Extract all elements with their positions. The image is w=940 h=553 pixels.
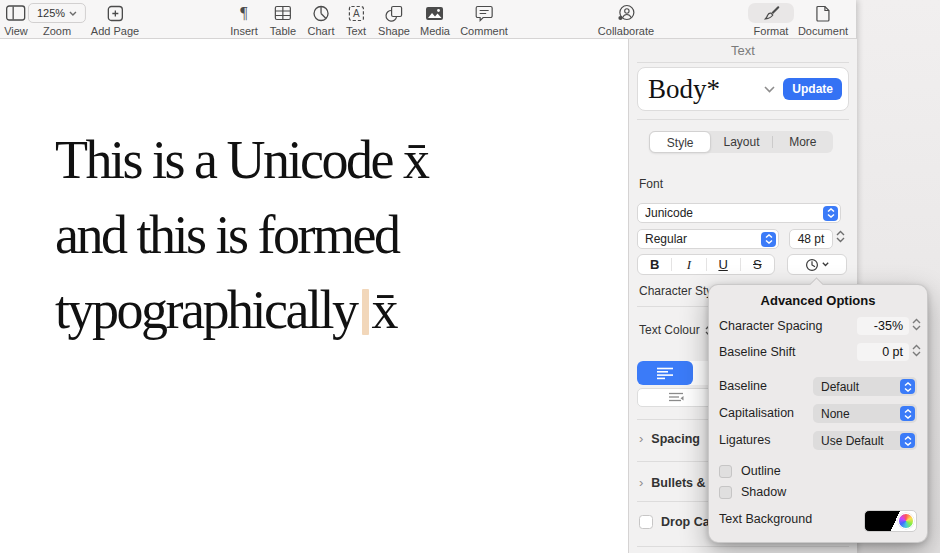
font-size-value: 48 pt <box>798 232 825 246</box>
document-label: Document <box>798 25 848 37</box>
bold-button[interactable]: B <box>638 257 671 272</box>
spacing-label: Spacing <box>651 432 700 446</box>
indent-icon <box>668 392 684 403</box>
divider <box>637 119 849 120</box>
collaborate-label: Collaborate <box>598 25 654 37</box>
advanced-options-button[interactable] <box>787 254 847 275</box>
svg-text:A: A <box>353 8 360 19</box>
paragraph-style-card[interactable]: Body* Update <box>637 67 849 111</box>
font-style-select[interactable]: Regular <box>637 229 779 249</box>
baseline-label: Baseline <box>719 379 767 393</box>
alignment-segment <box>637 361 715 385</box>
text-background-label: Text Background <box>719 512 812 526</box>
stepper-icon <box>823 206 838 221</box>
text-label: Text <box>346 25 366 37</box>
tab-style[interactable]: Style <box>649 131 711 153</box>
format-label: Format <box>748 25 794 37</box>
chevron-down-icon[interactable] <box>764 86 775 93</box>
ligatures-dropdown[interactable]: Use Default <box>813 431 917 450</box>
media-photo-icon <box>420 2 450 24</box>
baseline-dropdown[interactable]: Default <box>813 377 917 396</box>
update-style-button[interactable]: Update <box>783 78 842 100</box>
doc-line-3[interactable]: typographicallyx̄ <box>55 273 427 348</box>
indent-button[interactable] <box>637 388 715 407</box>
chevron-up-icon <box>836 230 845 236</box>
character-spacing-stepper[interactable] <box>911 318 922 331</box>
media-label: Media <box>420 25 450 37</box>
shadow-checkbox[interactable] <box>719 486 732 499</box>
drop-cap-checkbox[interactable] <box>639 515 653 529</box>
tab-more[interactable]: More <box>773 131 833 153</box>
pie-chart-icon <box>308 2 335 24</box>
sidebar-view-icon <box>4 2 28 24</box>
doc-line-1[interactable]: This is a Unicode x̄ <box>55 123 427 198</box>
italic-button[interactable]: I <box>672 257 705 273</box>
view-button[interactable]: View <box>4 2 28 37</box>
insert-label: Insert <box>230 25 258 37</box>
panel-title: Text <box>629 43 857 58</box>
collaborate-icon <box>598 2 654 24</box>
shadow-label: Shadow <box>741 485 786 499</box>
format-button[interactable]: Format <box>748 2 794 37</box>
format-active-background <box>748 3 794 23</box>
zoom-value-pill[interactable]: 125% <box>28 3 86 23</box>
shape-icon <box>378 2 410 24</box>
font-style-buttons: B I U S <box>637 254 775 275</box>
collaborate-button[interactable]: Collaborate <box>598 2 654 37</box>
shape-button[interactable]: Shape <box>378 2 410 37</box>
table-button[interactable]: Table <box>270 2 296 37</box>
stepper-icon <box>900 433 915 448</box>
table-icon <box>270 2 296 24</box>
ligatures-label: Ligatures <box>719 433 770 447</box>
divider <box>637 546 849 547</box>
baseline-shift-value: 0 pt <box>882 345 903 359</box>
character-spacing-field[interactable]: -35% <box>857 317 909 335</box>
underline-button[interactable]: U <box>707 257 740 272</box>
outline-checkbox[interactable] <box>719 465 732 478</box>
spacing-section[interactable]: › Spacing <box>639 431 700 446</box>
zoom-control[interactable]: 125% Zoom <box>28 2 86 37</box>
document-page-icon <box>798 2 848 24</box>
font-size-stepper[interactable] <box>835 230 846 243</box>
align-left-icon <box>656 367 674 380</box>
advanced-options-popover: Advanced Options Character Spacing -35% … <box>708 284 928 543</box>
zoom-value: 125% <box>37 7 65 19</box>
doc-line-2[interactable]: and this is formed <box>55 198 427 273</box>
font-size-field[interactable]: 48 pt <box>789 229 833 249</box>
document-canvas[interactable]: This is a Unicode x̄ and this is formed … <box>0 39 628 553</box>
divider <box>637 62 849 63</box>
add-page-button[interactable]: Add Page <box>91 2 139 37</box>
tab-layout[interactable]: Layout <box>711 131 771 153</box>
strikethrough-button[interactable]: S <box>741 257 774 272</box>
pilcrow-icon: ¶ <box>230 2 258 24</box>
font-family-select[interactable]: Junicode <box>637 203 841 223</box>
chart-button[interactable]: Chart <box>308 2 335 37</box>
color-wheel-icon[interactable] <box>898 513 914 529</box>
zoom-label: Zoom <box>28 25 86 37</box>
text-button[interactable]: A Text <box>346 2 366 37</box>
disclosure-chevron-icon[interactable]: › <box>639 431 643 446</box>
paintbrush-icon <box>762 4 780 22</box>
paragraph-style-name: Body* <box>648 74 764 105</box>
chevron-down-icon <box>836 237 845 243</box>
chevron-down-icon <box>822 262 829 267</box>
text-colour-control[interactable]: Text Colour <box>639 323 713 337</box>
chart-label: Chart <box>308 25 335 37</box>
insert-button[interactable]: ¶ Insert <box>230 2 258 37</box>
baseline-shift-field[interactable]: 0 pt <box>857 343 909 361</box>
gear-icon <box>805 258 819 272</box>
chevron-down-icon <box>912 351 921 357</box>
stepper-icon <box>900 406 915 421</box>
add-page-label: Add Page <box>91 25 139 37</box>
text-box-icon: A <box>346 2 366 24</box>
media-button[interactable]: Media <box>420 2 450 37</box>
capitalisation-dropdown[interactable]: None <box>813 404 917 423</box>
outline-label: Outline <box>741 464 781 478</box>
document-button[interactable]: Document <box>798 2 848 37</box>
align-left-button[interactable] <box>637 361 693 385</box>
baseline-shift-stepper[interactable] <box>911 344 922 357</box>
add-page-icon <box>91 2 139 24</box>
comment-button[interactable]: Comment <box>460 2 508 37</box>
disclosure-chevron-icon[interactable]: › <box>639 475 643 490</box>
text-background-swatch[interactable] <box>864 510 917 532</box>
